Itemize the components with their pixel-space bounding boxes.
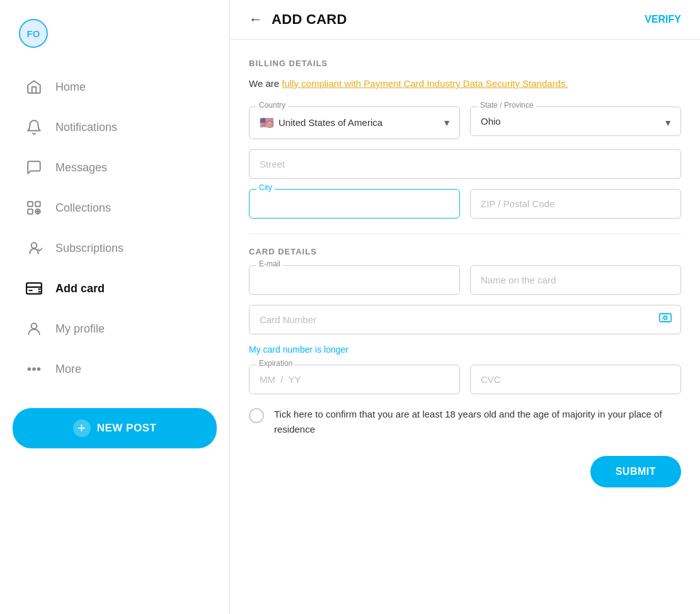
card-section-label: CARD DETAILS [249, 247, 681, 256]
cvc-field-wrap [470, 365, 681, 394]
age-confirm-row: Tick here to confirm that you are at lea… [249, 407, 681, 437]
svg-point-13 [32, 323, 37, 329]
sidebar-label-home: Home [55, 81, 86, 94]
new-post-button[interactable]: + NEW POST [13, 408, 217, 448]
avatar: FO [19, 19, 48, 48]
collections-icon [25, 199, 43, 217]
street-input[interactable] [249, 149, 681, 179]
plus-icon: + [73, 419, 91, 437]
email-label: E-mail [256, 259, 283, 268]
svg-rect-20 [660, 314, 671, 322]
sidebar-label-collections: Collections [55, 202, 111, 215]
state-select[interactable]: Ohio ▼ [470, 106, 681, 136]
age-confirm-text: Tick here to confirm that you are at lea… [274, 407, 681, 437]
svg-rect-2 [28, 209, 33, 214]
svg-rect-0 [28, 202, 33, 207]
home-icon [25, 78, 43, 96]
city-field-wrap: City [249, 189, 460, 219]
card-number-row [249, 305, 681, 334]
us-flag-icon: 🇺🇸 [260, 116, 273, 130]
main-content: ← ADD CARD VERIFY BILLING DETAILS We are… [230, 0, 700, 614]
compliance-text: We are fully compliant with Payment Card… [249, 77, 681, 91]
chevron-down-icon: ▼ [663, 118, 672, 128]
page-header: ← ADD CARD VERIFY [230, 0, 700, 40]
section-divider [249, 234, 681, 234]
country-state-row: Country 🇺🇸 United States of America ▼ St… [249, 106, 681, 139]
sidebar-item-subscriptions[interactable]: Subscriptions [6, 229, 223, 267]
sidebar-item-collections[interactable]: Collections [6, 189, 223, 227]
email-field-wrap: E-mail [249, 265, 460, 295]
card-icon [25, 280, 43, 297]
scan-card-icon[interactable] [658, 311, 672, 328]
city-input[interactable] [249, 189, 460, 219]
city-zip-row: City [249, 189, 681, 219]
svg-point-6 [32, 242, 37, 248]
country-select[interactable]: 🇺🇸 United States of America ▼ [249, 106, 460, 139]
profile-icon [25, 320, 43, 338]
email-input[interactable] [249, 265, 460, 295]
svg-rect-1 [35, 202, 40, 207]
expiration-field-wrap: Expiration [249, 365, 460, 394]
sidebar-label-more: More [55, 363, 81, 376]
card-number-input[interactable] [249, 305, 681, 334]
cvc-input[interactable] [470, 365, 681, 394]
billing-section-label: BILLING DETAILS [249, 59, 681, 68]
sidebar-item-notifications[interactable]: Notifications [6, 108, 223, 146]
header-left: ← ADD CARD [249, 11, 347, 28]
country-field-wrap: Country 🇺🇸 United States of America ▼ [249, 106, 460, 139]
zip-input[interactable] [470, 189, 681, 219]
street-field-wrap [249, 149, 681, 179]
longer-card-link[interactable]: My card number is longer [249, 344, 681, 355]
expiry-cvc-row: Expiration [249, 365, 681, 394]
sidebar-item-add-card[interactable]: Add card [6, 270, 223, 307]
message-icon [25, 159, 43, 176]
sidebar-item-more[interactable]: More [6, 350, 223, 388]
sidebar-label-notifications: Notifications [55, 121, 117, 134]
card-number-field-wrap [249, 305, 681, 334]
chevron-down-icon: ▼ [442, 118, 451, 128]
email-name-row: E-mail [249, 265, 681, 295]
expiration-label: Expiration [256, 359, 295, 368]
street-row [249, 149, 681, 179]
sidebar-item-my-profile[interactable]: My profile [6, 310, 223, 348]
sidebar-label-subscriptions: Subscriptions [55, 242, 123, 255]
expiration-input[interactable] [249, 365, 460, 394]
verify-button[interactable]: VERIFY [645, 14, 681, 25]
more-icon [25, 360, 43, 378]
state-field-wrap: State / Province Ohio ▼ [470, 106, 681, 139]
subscriptions-icon [25, 239, 43, 257]
bell-icon [25, 118, 43, 136]
country-label: Country [256, 101, 288, 110]
sidebar-item-home[interactable]: Home [6, 68, 223, 106]
zip-field-wrap [470, 189, 681, 219]
submit-row: SUBMIT [249, 456, 681, 500]
state-label: State / Province [478, 101, 536, 110]
sidebar: FO Home Notifications Messages [0, 0, 230, 614]
sidebar-item-messages[interactable]: Messages [6, 149, 223, 186]
form-area: BILLING DETAILS We are fully compliant w… [230, 40, 700, 519]
submit-button[interactable]: SUBMIT [590, 456, 681, 487]
name-on-card-input[interactable] [470, 265, 681, 295]
sidebar-label-my-profile: My profile [55, 322, 105, 336]
sidebar-label-messages: Messages [55, 161, 107, 174]
name-field-wrap [470, 265, 681, 295]
city-label: City [256, 183, 275, 192]
page-title: ADD CARD [272, 11, 347, 28]
age-confirm-checkbox[interactable] [249, 408, 264, 423]
sidebar-label-add-card: Add card [55, 282, 105, 295]
back-button[interactable]: ← [249, 11, 263, 28]
